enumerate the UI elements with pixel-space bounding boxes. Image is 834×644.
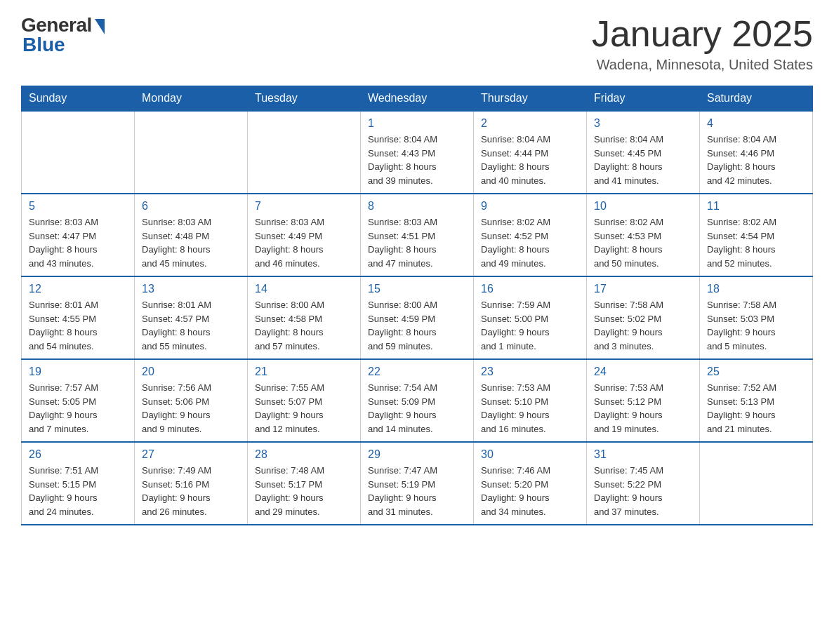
calendar-header-row: SundayMondayTuesdayWednesdayThursdayFrid… bbox=[22, 86, 813, 112]
calendar-cell: 4Sunrise: 8:04 AM Sunset: 4:46 PM Daylig… bbox=[700, 111, 813, 194]
day-of-week-header: Monday bbox=[135, 86, 248, 112]
calendar-cell: 6Sunrise: 8:03 AM Sunset: 4:48 PM Daylig… bbox=[135, 194, 248, 276]
day-info: Sunrise: 8:02 AM Sunset: 4:53 PM Dayligh… bbox=[594, 215, 692, 270]
day-number: 15 bbox=[368, 283, 466, 295]
day-info: Sunrise: 7:53 AM Sunset: 5:12 PM Dayligh… bbox=[594, 381, 692, 436]
day-number: 18 bbox=[707, 283, 805, 295]
day-info: Sunrise: 7:48 AM Sunset: 5:17 PM Dayligh… bbox=[255, 464, 353, 518]
calendar-cell: 17Sunrise: 7:58 AM Sunset: 5:02 PM Dayli… bbox=[587, 276, 700, 359]
calendar-cell: 22Sunrise: 7:54 AM Sunset: 5:09 PM Dayli… bbox=[361, 359, 474, 442]
logo: General Blue bbox=[21, 14, 105, 56]
day-info: Sunrise: 7:55 AM Sunset: 5:07 PM Dayligh… bbox=[255, 381, 353, 436]
day-info: Sunrise: 7:52 AM Sunset: 5:13 PM Dayligh… bbox=[707, 381, 805, 436]
day-of-week-header: Wednesday bbox=[361, 86, 474, 112]
day-of-week-header: Saturday bbox=[700, 86, 813, 112]
day-info: Sunrise: 8:01 AM Sunset: 4:55 PM Dayligh… bbox=[29, 298, 127, 353]
calendar-cell: 19Sunrise: 7:57 AM Sunset: 5:05 PM Dayli… bbox=[22, 359, 135, 442]
day-number: 21 bbox=[255, 365, 353, 378]
day-of-week-header: Thursday bbox=[474, 86, 587, 112]
day-number: 3 bbox=[594, 117, 692, 130]
day-info: Sunrise: 8:01 AM Sunset: 4:57 PM Dayligh… bbox=[142, 298, 240, 353]
calendar-cell: 18Sunrise: 7:58 AM Sunset: 5:03 PM Dayli… bbox=[700, 276, 813, 359]
page-header: General Blue January 2025 Wadena, Minnes… bbox=[21, 14, 813, 73]
calendar-cell: 2Sunrise: 8:04 AM Sunset: 4:44 PM Daylig… bbox=[474, 111, 587, 194]
title-block: January 2025 Wadena, Minnesota, United S… bbox=[592, 14, 813, 73]
calendar-cell: 9Sunrise: 8:02 AM Sunset: 4:52 PM Daylig… bbox=[474, 194, 587, 276]
day-number: 13 bbox=[142, 283, 240, 295]
calendar-cell: 13Sunrise: 8:01 AM Sunset: 4:57 PM Dayli… bbox=[135, 276, 248, 359]
calendar-week-row: 26Sunrise: 7:51 AM Sunset: 5:15 PM Dayli… bbox=[22, 442, 813, 525]
calendar-week-row: 5Sunrise: 8:03 AM Sunset: 4:47 PM Daylig… bbox=[22, 194, 813, 276]
day-number: 2 bbox=[481, 117, 579, 130]
day-info: Sunrise: 8:03 AM Sunset: 4:47 PM Dayligh… bbox=[29, 215, 127, 270]
day-info: Sunrise: 7:56 AM Sunset: 5:06 PM Dayligh… bbox=[142, 381, 240, 436]
logo-blue-text: Blue bbox=[21, 34, 65, 56]
calendar-cell: 7Sunrise: 8:03 AM Sunset: 4:49 PM Daylig… bbox=[248, 194, 361, 276]
calendar-cell: 16Sunrise: 7:59 AM Sunset: 5:00 PM Dayli… bbox=[474, 276, 587, 359]
day-number: 26 bbox=[29, 448, 127, 461]
day-number: 19 bbox=[29, 365, 127, 378]
calendar-cell: 30Sunrise: 7:46 AM Sunset: 5:20 PM Dayli… bbox=[474, 442, 587, 525]
calendar-cell: 1Sunrise: 8:04 AM Sunset: 4:43 PM Daylig… bbox=[361, 111, 474, 194]
month-title: January 2025 bbox=[592, 14, 813, 54]
day-number: 22 bbox=[368, 365, 466, 378]
calendar-cell bbox=[700, 442, 813, 525]
calendar-week-row: 19Sunrise: 7:57 AM Sunset: 5:05 PM Dayli… bbox=[22, 359, 813, 442]
day-number: 6 bbox=[142, 200, 240, 213]
day-info: Sunrise: 7:49 AM Sunset: 5:16 PM Dayligh… bbox=[142, 464, 240, 518]
day-number: 4 bbox=[707, 117, 805, 130]
day-number: 25 bbox=[707, 365, 805, 378]
day-info: Sunrise: 8:04 AM Sunset: 4:44 PM Dayligh… bbox=[481, 133, 579, 187]
calendar-cell: 24Sunrise: 7:53 AM Sunset: 5:12 PM Dayli… bbox=[587, 359, 700, 442]
day-number: 30 bbox=[481, 448, 579, 461]
day-info: Sunrise: 7:58 AM Sunset: 5:03 PM Dayligh… bbox=[707, 298, 805, 353]
day-number: 29 bbox=[368, 448, 466, 461]
calendar-cell: 8Sunrise: 8:03 AM Sunset: 4:51 PM Daylig… bbox=[361, 194, 474, 276]
logo-arrow-icon bbox=[95, 19, 105, 34]
calendar-cell: 28Sunrise: 7:48 AM Sunset: 5:17 PM Dayli… bbox=[248, 442, 361, 525]
day-info: Sunrise: 7:51 AM Sunset: 5:15 PM Dayligh… bbox=[29, 464, 127, 518]
calendar-cell: 26Sunrise: 7:51 AM Sunset: 5:15 PM Dayli… bbox=[22, 442, 135, 525]
calendar-cell: 12Sunrise: 8:01 AM Sunset: 4:55 PM Dayli… bbox=[22, 276, 135, 359]
day-info: Sunrise: 8:04 AM Sunset: 4:46 PM Dayligh… bbox=[707, 133, 805, 187]
day-info: Sunrise: 7:57 AM Sunset: 5:05 PM Dayligh… bbox=[29, 381, 127, 436]
day-number: 5 bbox=[29, 200, 127, 213]
day-info: Sunrise: 7:58 AM Sunset: 5:02 PM Dayligh… bbox=[594, 298, 692, 353]
day-info: Sunrise: 7:45 AM Sunset: 5:22 PM Dayligh… bbox=[594, 464, 692, 518]
calendar-cell: 5Sunrise: 8:03 AM Sunset: 4:47 PM Daylig… bbox=[22, 194, 135, 276]
calendar-cell: 21Sunrise: 7:55 AM Sunset: 5:07 PM Dayli… bbox=[248, 359, 361, 442]
calendar-cell: 11Sunrise: 8:02 AM Sunset: 4:54 PM Dayli… bbox=[700, 194, 813, 276]
day-number: 9 bbox=[481, 200, 579, 213]
day-info: Sunrise: 8:04 AM Sunset: 4:43 PM Dayligh… bbox=[368, 133, 466, 187]
day-number: 14 bbox=[255, 283, 353, 295]
day-of-week-header: Friday bbox=[587, 86, 700, 112]
location-text: Wadena, Minnesota, United States bbox=[592, 57, 813, 73]
day-info: Sunrise: 7:54 AM Sunset: 5:09 PM Dayligh… bbox=[368, 381, 466, 436]
calendar-table: SundayMondayTuesdayWednesdayThursdayFrid… bbox=[21, 86, 813, 525]
day-info: Sunrise: 8:03 AM Sunset: 4:48 PM Dayligh… bbox=[142, 215, 240, 270]
day-number: 7 bbox=[255, 200, 353, 213]
calendar-week-row: 1Sunrise: 8:04 AM Sunset: 4:43 PM Daylig… bbox=[22, 111, 813, 194]
day-number: 11 bbox=[707, 200, 805, 213]
day-number: 12 bbox=[29, 283, 127, 295]
day-number: 20 bbox=[142, 365, 240, 378]
day-number: 23 bbox=[481, 365, 579, 378]
day-info: Sunrise: 8:03 AM Sunset: 4:51 PM Dayligh… bbox=[368, 215, 466, 270]
calendar-cell: 10Sunrise: 8:02 AM Sunset: 4:53 PM Dayli… bbox=[587, 194, 700, 276]
calendar-cell: 23Sunrise: 7:53 AM Sunset: 5:10 PM Dayli… bbox=[474, 359, 587, 442]
day-info: Sunrise: 8:04 AM Sunset: 4:45 PM Dayligh… bbox=[594, 133, 692, 187]
day-info: Sunrise: 7:53 AM Sunset: 5:10 PM Dayligh… bbox=[481, 381, 579, 436]
day-number: 16 bbox=[481, 283, 579, 295]
calendar-cell: 14Sunrise: 8:00 AM Sunset: 4:58 PM Dayli… bbox=[248, 276, 361, 359]
calendar-cell: 31Sunrise: 7:45 AM Sunset: 5:22 PM Dayli… bbox=[587, 442, 700, 525]
day-of-week-header: Tuesday bbox=[248, 86, 361, 112]
day-number: 17 bbox=[594, 283, 692, 295]
day-info: Sunrise: 8:03 AM Sunset: 4:49 PM Dayligh… bbox=[255, 215, 353, 270]
day-number: 31 bbox=[594, 448, 692, 461]
day-number: 1 bbox=[368, 117, 466, 130]
day-number: 28 bbox=[255, 448, 353, 461]
calendar-cell: 20Sunrise: 7:56 AM Sunset: 5:06 PM Dayli… bbox=[135, 359, 248, 442]
day-info: Sunrise: 7:47 AM Sunset: 5:19 PM Dayligh… bbox=[368, 464, 466, 518]
calendar-cell: 25Sunrise: 7:52 AM Sunset: 5:13 PM Dayli… bbox=[700, 359, 813, 442]
day-number: 10 bbox=[594, 200, 692, 213]
